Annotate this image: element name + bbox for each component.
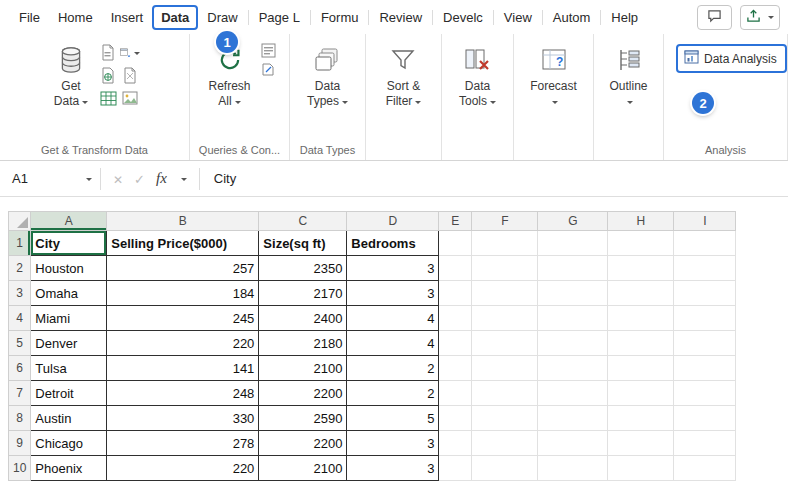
cell-D4[interactable]: 4 [347,306,439,331]
cell-C2[interactable]: 2350 [259,256,347,281]
menu-tab-help[interactable]: Help [602,5,647,30]
cell-A4[interactable]: Miami [31,306,107,331]
cell-E9[interactable] [439,431,472,456]
from-picture-icon[interactable] [120,88,140,109]
cell-C5[interactable]: 2180 [259,331,347,356]
column-header-C[interactable]: C [259,212,347,231]
cell-H8[interactable] [608,406,674,431]
cell-C3[interactable]: 2170 [259,281,347,306]
outline-button[interactable]: Outline [604,41,652,112]
row-header-6[interactable]: 6 [9,356,31,381]
cell-D8[interactable]: 5 [347,406,439,431]
column-header-F[interactable]: F [472,212,538,231]
from-table-range-icon[interactable] [98,88,118,109]
data-analysis-button[interactable]: Data Analysis [676,44,787,73]
menu-tab-formu[interactable]: Formu [312,5,368,30]
cell-F5[interactable] [472,331,538,356]
select-all-corner[interactable] [9,212,31,231]
cell-I7[interactable] [674,381,736,406]
cell-G9[interactable] [538,431,608,456]
cell-I9[interactable] [674,431,736,456]
cell-H5[interactable] [608,331,674,356]
row-header-3[interactable]: 3 [9,281,31,306]
insert-function-button[interactable]: fx [156,170,167,187]
row-header-9[interactable]: 9 [9,431,31,456]
cell-A8[interactable]: Austin [31,406,107,431]
from-web-icon[interactable] [98,65,118,86]
cell-H6[interactable] [608,356,674,381]
sort-filter-button[interactable]: Sort & Filter [381,41,427,112]
cell-F2[interactable] [472,256,538,281]
recent-sources-icon[interactable] [120,42,140,63]
cancel-icon[interactable] [113,170,123,188]
edit-links-icon[interactable] [261,62,276,77]
cell-E6[interactable] [439,356,472,381]
cell-B4[interactable]: 245 [107,306,259,331]
cell-E5[interactable] [439,331,472,356]
cell-D2[interactable]: 3 [347,256,439,281]
row-header-10[interactable]: 10 [9,456,31,481]
cell-B8[interactable]: 330 [107,406,259,431]
cell-A1[interactable]: City [31,231,107,256]
row-header-2[interactable]: 2 [9,256,31,281]
cell-E10[interactable] [439,456,472,481]
cell-D6[interactable]: 2 [347,356,439,381]
cell-B7[interactable]: 248 [107,381,259,406]
column-header-I[interactable]: I [674,212,736,231]
cell-F6[interactable] [472,356,538,381]
menu-tab-data[interactable]: Data [152,5,198,30]
menu-tab-develc[interactable]: Develc [434,5,492,30]
cell-D3[interactable]: 3 [347,281,439,306]
cell-I6[interactable] [674,356,736,381]
menu-tab-view[interactable]: View [495,5,541,30]
cell-B2[interactable]: 257 [107,256,259,281]
cell-B5[interactable]: 220 [107,331,259,356]
row-header-5[interactable]: 5 [9,331,31,356]
existing-connections-icon[interactable] [120,65,140,86]
row-header-4[interactable]: 4 [9,306,31,331]
cell-C4[interactable]: 2400 [259,306,347,331]
cell-C1[interactable]: Size(sq ft) [259,231,347,256]
cell-F7[interactable] [472,381,538,406]
get-data-button[interactable]: Get Data [49,41,93,112]
cell-G3[interactable] [538,281,608,306]
cell-F1[interactable] [472,231,538,256]
cell-E1[interactable] [439,231,472,256]
comments-button[interactable] [697,5,732,30]
cell-F8[interactable] [472,406,538,431]
cell-D1[interactable]: Bedrooms [347,231,439,256]
cell-I8[interactable] [674,406,736,431]
cell-G10[interactable] [538,456,608,481]
cell-F9[interactable] [472,431,538,456]
cell-I4[interactable] [674,306,736,331]
cell-B6[interactable]: 141 [107,356,259,381]
forecast-button[interactable]: ? Forecast [525,41,582,112]
cell-C9[interactable]: 2200 [259,431,347,456]
cell-C8[interactable]: 2590 [259,406,347,431]
query-properties-icon[interactable] [261,43,276,58]
cell-A5[interactable]: Denver [31,331,107,356]
cell-B10[interactable]: 220 [107,456,259,481]
column-header-A[interactable]: A [31,212,107,231]
cell-G6[interactable] [538,356,608,381]
cell-G4[interactable] [538,306,608,331]
share-button[interactable] [740,5,780,30]
cell-I1[interactable] [674,231,736,256]
menu-tab-pagel[interactable]: Page L [250,5,309,30]
cell-G7[interactable] [538,381,608,406]
cell-I2[interactable] [674,256,736,281]
cell-G1[interactable] [538,231,608,256]
name-box[interactable]: A1 [0,161,100,196]
enter-icon[interactable] [134,170,145,188]
cell-C10[interactable]: 2100 [259,456,347,481]
menu-tab-insert[interactable]: Insert [102,5,153,30]
from-text-csv-icon[interactable] [98,42,118,63]
row-header-1[interactable]: 1 [9,231,31,256]
cell-G8[interactable] [538,406,608,431]
cell-G5[interactable] [538,331,608,356]
data-tools-button[interactable]: Data Tools [454,41,501,112]
formula-bar-content[interactable]: City [200,171,236,186]
cell-F4[interactable] [472,306,538,331]
column-header-E[interactable]: E [439,212,472,231]
cell-B3[interactable]: 184 [107,281,259,306]
